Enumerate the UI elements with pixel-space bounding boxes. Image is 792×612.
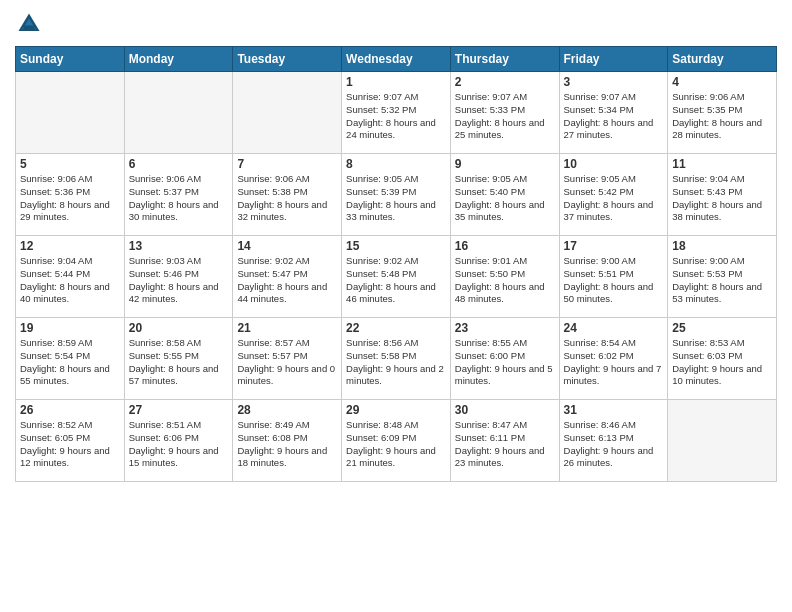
day-info: Sunrise: 8:51 AM Sunset: 6:06 PM Dayligh… bbox=[129, 419, 229, 470]
day-number: 27 bbox=[129, 403, 229, 417]
header-cell-sunday: Sunday bbox=[16, 47, 125, 72]
header-cell-wednesday: Wednesday bbox=[342, 47, 451, 72]
day-info: Sunrise: 8:53 AM Sunset: 6:03 PM Dayligh… bbox=[672, 337, 772, 388]
day-cell bbox=[233, 72, 342, 154]
day-cell: 25Sunrise: 8:53 AM Sunset: 6:03 PM Dayli… bbox=[668, 318, 777, 400]
day-number: 6 bbox=[129, 157, 229, 171]
day-number: 24 bbox=[564, 321, 664, 335]
day-info: Sunrise: 9:06 AM Sunset: 5:37 PM Dayligh… bbox=[129, 173, 229, 224]
day-info: Sunrise: 9:03 AM Sunset: 5:46 PM Dayligh… bbox=[129, 255, 229, 306]
day-info: Sunrise: 8:55 AM Sunset: 6:00 PM Dayligh… bbox=[455, 337, 555, 388]
day-info: Sunrise: 8:52 AM Sunset: 6:05 PM Dayligh… bbox=[20, 419, 120, 470]
day-cell: 26Sunrise: 8:52 AM Sunset: 6:05 PM Dayli… bbox=[16, 400, 125, 482]
day-cell: 27Sunrise: 8:51 AM Sunset: 6:06 PM Dayli… bbox=[124, 400, 233, 482]
logo-icon bbox=[15, 10, 43, 38]
day-info: Sunrise: 8:48 AM Sunset: 6:09 PM Dayligh… bbox=[346, 419, 446, 470]
day-cell: 18Sunrise: 9:00 AM Sunset: 5:53 PM Dayli… bbox=[668, 236, 777, 318]
day-number: 2 bbox=[455, 75, 555, 89]
day-cell: 30Sunrise: 8:47 AM Sunset: 6:11 PM Dayli… bbox=[450, 400, 559, 482]
day-cell: 12Sunrise: 9:04 AM Sunset: 5:44 PM Dayli… bbox=[16, 236, 125, 318]
day-info: Sunrise: 8:57 AM Sunset: 5:57 PM Dayligh… bbox=[237, 337, 337, 388]
day-cell bbox=[668, 400, 777, 482]
day-info: Sunrise: 8:47 AM Sunset: 6:11 PM Dayligh… bbox=[455, 419, 555, 470]
header-cell-thursday: Thursday bbox=[450, 47, 559, 72]
day-cell: 28Sunrise: 8:49 AM Sunset: 6:08 PM Dayli… bbox=[233, 400, 342, 482]
day-cell: 14Sunrise: 9:02 AM Sunset: 5:47 PM Dayli… bbox=[233, 236, 342, 318]
day-number: 29 bbox=[346, 403, 446, 417]
day-info: Sunrise: 9:02 AM Sunset: 5:47 PM Dayligh… bbox=[237, 255, 337, 306]
day-number: 14 bbox=[237, 239, 337, 253]
day-info: Sunrise: 8:54 AM Sunset: 6:02 PM Dayligh… bbox=[564, 337, 664, 388]
logo bbox=[15, 10, 47, 38]
day-info: Sunrise: 8:46 AM Sunset: 6:13 PM Dayligh… bbox=[564, 419, 664, 470]
week-row-2: 12Sunrise: 9:04 AM Sunset: 5:44 PM Dayli… bbox=[16, 236, 777, 318]
day-cell: 6Sunrise: 9:06 AM Sunset: 5:37 PM Daylig… bbox=[124, 154, 233, 236]
day-cell: 4Sunrise: 9:06 AM Sunset: 5:35 PM Daylig… bbox=[668, 72, 777, 154]
day-number: 17 bbox=[564, 239, 664, 253]
day-number: 3 bbox=[564, 75, 664, 89]
day-info: Sunrise: 8:49 AM Sunset: 6:08 PM Dayligh… bbox=[237, 419, 337, 470]
day-cell: 11Sunrise: 9:04 AM Sunset: 5:43 PM Dayli… bbox=[668, 154, 777, 236]
svg-rect-2 bbox=[23, 25, 34, 31]
week-row-4: 26Sunrise: 8:52 AM Sunset: 6:05 PM Dayli… bbox=[16, 400, 777, 482]
day-cell: 8Sunrise: 9:05 AM Sunset: 5:39 PM Daylig… bbox=[342, 154, 451, 236]
day-info: Sunrise: 9:01 AM Sunset: 5:50 PM Dayligh… bbox=[455, 255, 555, 306]
day-cell: 20Sunrise: 8:58 AM Sunset: 5:55 PM Dayli… bbox=[124, 318, 233, 400]
day-number: 4 bbox=[672, 75, 772, 89]
day-number: 16 bbox=[455, 239, 555, 253]
day-cell bbox=[16, 72, 125, 154]
day-number: 9 bbox=[455, 157, 555, 171]
day-info: Sunrise: 9:07 AM Sunset: 5:32 PM Dayligh… bbox=[346, 91, 446, 142]
day-cell: 19Sunrise: 8:59 AM Sunset: 5:54 PM Dayli… bbox=[16, 318, 125, 400]
header-cell-monday: Monday bbox=[124, 47, 233, 72]
day-cell: 1Sunrise: 9:07 AM Sunset: 5:32 PM Daylig… bbox=[342, 72, 451, 154]
day-cell: 5Sunrise: 9:06 AM Sunset: 5:36 PM Daylig… bbox=[16, 154, 125, 236]
day-number: 10 bbox=[564, 157, 664, 171]
day-info: Sunrise: 9:06 AM Sunset: 5:36 PM Dayligh… bbox=[20, 173, 120, 224]
day-number: 23 bbox=[455, 321, 555, 335]
day-number: 5 bbox=[20, 157, 120, 171]
day-info: Sunrise: 9:05 AM Sunset: 5:39 PM Dayligh… bbox=[346, 173, 446, 224]
day-cell: 29Sunrise: 8:48 AM Sunset: 6:09 PM Dayli… bbox=[342, 400, 451, 482]
week-row-3: 19Sunrise: 8:59 AM Sunset: 5:54 PM Dayli… bbox=[16, 318, 777, 400]
day-info: Sunrise: 8:59 AM Sunset: 5:54 PM Dayligh… bbox=[20, 337, 120, 388]
day-info: Sunrise: 9:02 AM Sunset: 5:48 PM Dayligh… bbox=[346, 255, 446, 306]
calendar-table: SundayMondayTuesdayWednesdayThursdayFrid… bbox=[15, 46, 777, 482]
day-cell: 16Sunrise: 9:01 AM Sunset: 5:50 PM Dayli… bbox=[450, 236, 559, 318]
day-info: Sunrise: 9:00 AM Sunset: 5:53 PM Dayligh… bbox=[672, 255, 772, 306]
day-number: 15 bbox=[346, 239, 446, 253]
header-cell-saturday: Saturday bbox=[668, 47, 777, 72]
header-cell-tuesday: Tuesday bbox=[233, 47, 342, 72]
day-info: Sunrise: 9:07 AM Sunset: 5:34 PM Dayligh… bbox=[564, 91, 664, 142]
calendar-header: SundayMondayTuesdayWednesdayThursdayFrid… bbox=[16, 47, 777, 72]
day-cell: 17Sunrise: 9:00 AM Sunset: 5:51 PM Dayli… bbox=[559, 236, 668, 318]
day-cell: 21Sunrise: 8:57 AM Sunset: 5:57 PM Dayli… bbox=[233, 318, 342, 400]
day-info: Sunrise: 9:04 AM Sunset: 5:44 PM Dayligh… bbox=[20, 255, 120, 306]
day-info: Sunrise: 9:07 AM Sunset: 5:33 PM Dayligh… bbox=[455, 91, 555, 142]
day-cell: 7Sunrise: 9:06 AM Sunset: 5:38 PM Daylig… bbox=[233, 154, 342, 236]
day-info: Sunrise: 8:56 AM Sunset: 5:58 PM Dayligh… bbox=[346, 337, 446, 388]
day-cell: 24Sunrise: 8:54 AM Sunset: 6:02 PM Dayli… bbox=[559, 318, 668, 400]
day-number: 7 bbox=[237, 157, 337, 171]
header bbox=[15, 10, 777, 38]
day-number: 21 bbox=[237, 321, 337, 335]
day-number: 25 bbox=[672, 321, 772, 335]
day-info: Sunrise: 9:05 AM Sunset: 5:42 PM Dayligh… bbox=[564, 173, 664, 224]
day-cell: 23Sunrise: 8:55 AM Sunset: 6:00 PM Dayli… bbox=[450, 318, 559, 400]
day-number: 26 bbox=[20, 403, 120, 417]
day-number: 20 bbox=[129, 321, 229, 335]
day-cell: 22Sunrise: 8:56 AM Sunset: 5:58 PM Dayli… bbox=[342, 318, 451, 400]
day-cell: 3Sunrise: 9:07 AM Sunset: 5:34 PM Daylig… bbox=[559, 72, 668, 154]
day-number: 30 bbox=[455, 403, 555, 417]
day-info: Sunrise: 9:05 AM Sunset: 5:40 PM Dayligh… bbox=[455, 173, 555, 224]
week-row-1: 5Sunrise: 9:06 AM Sunset: 5:36 PM Daylig… bbox=[16, 154, 777, 236]
day-number: 22 bbox=[346, 321, 446, 335]
day-cell: 31Sunrise: 8:46 AM Sunset: 6:13 PM Dayli… bbox=[559, 400, 668, 482]
header-row: SundayMondayTuesdayWednesdayThursdayFrid… bbox=[16, 47, 777, 72]
day-number: 11 bbox=[672, 157, 772, 171]
day-cell bbox=[124, 72, 233, 154]
day-number: 8 bbox=[346, 157, 446, 171]
page-container: SundayMondayTuesdayWednesdayThursdayFrid… bbox=[0, 0, 792, 492]
day-number: 1 bbox=[346, 75, 446, 89]
week-row-0: 1Sunrise: 9:07 AM Sunset: 5:32 PM Daylig… bbox=[16, 72, 777, 154]
